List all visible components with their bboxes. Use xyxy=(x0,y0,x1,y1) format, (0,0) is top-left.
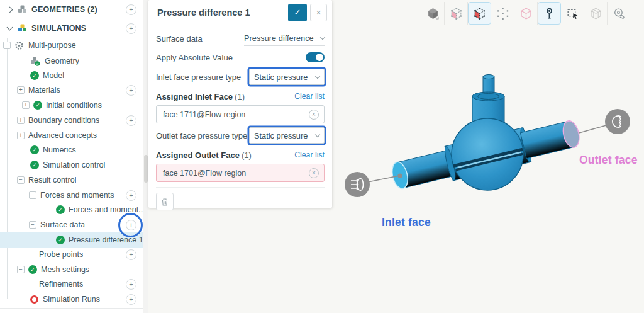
inlet-type-select[interactable]: Static pressure xyxy=(249,69,325,85)
viewport-toolbar xyxy=(421,2,631,25)
surface-data-select[interactable]: Pressure difference xyxy=(244,31,325,46)
assigned-inlet-count: (1) xyxy=(235,92,245,101)
sidebar-item-simulation-runs[interactable]: Simulation Runs xyxy=(0,292,143,307)
expand-icon[interactable] xyxy=(17,132,25,139)
tree-label: Model xyxy=(43,71,64,80)
sidebar-item-boundary-conditions[interactable]: Boundary conditions xyxy=(0,113,143,128)
geometry-check-icon xyxy=(30,57,40,66)
sidebar-item-result-control[interactable]: Result control xyxy=(0,173,143,188)
sidebar-item-simulation-control[interactable]: Simulation control xyxy=(0,157,143,173)
collapse-icon[interactable] xyxy=(29,221,36,229)
sidebar-item-mesh-settings[interactable]: Mesh settings xyxy=(0,262,143,277)
tree-label: Materials xyxy=(28,86,60,94)
expand-icon[interactable] xyxy=(17,117,25,124)
vertex-select-icon[interactable] xyxy=(491,2,514,25)
remove-icon[interactable] xyxy=(309,168,319,178)
panel-header: Pressure difference 1 xyxy=(148,0,332,25)
tree-label: SIMULATIONS xyxy=(31,24,86,33)
outlet-type-value: Static pressure xyxy=(254,131,316,140)
inlet-face-chip[interactable]: face 1711@Flow region xyxy=(156,105,325,123)
outlet-face-label: Outlet face xyxy=(579,154,638,167)
wireframe-cube-icon[interactable] xyxy=(514,2,538,25)
collapse-icon[interactable] xyxy=(17,266,25,273)
sidebar-item-initial-conditions[interactable]: Initial conditions xyxy=(0,98,143,113)
check-circle-icon xyxy=(28,265,37,274)
surface-data-value: Pressure difference xyxy=(244,33,317,43)
panel-title: Pressure difference 1 xyxy=(157,8,250,18)
check-circle-icon xyxy=(56,236,65,244)
sidebar-item-forces-and-moment-1[interactable]: Forces and moment... xyxy=(0,202,143,217)
add-geometry-button[interactable] xyxy=(126,4,136,15)
inlet-type-row: Inlet face pressure type Static pressure xyxy=(156,67,325,87)
apply-absolute-row: Apply Absolute Value xyxy=(156,48,325,67)
tree-label: Mesh settings xyxy=(41,265,89,274)
tree-label: Multi-purpose xyxy=(28,41,76,50)
outlet-type-select[interactable]: Static pressure xyxy=(249,127,325,144)
cube-face-highlight-icon[interactable] xyxy=(445,2,468,25)
collapse-icon[interactable] xyxy=(3,42,11,49)
add-simulation-run-button[interactable] xyxy=(126,294,136,305)
sidebar-item-probe-points[interactable]: Probe points xyxy=(0,247,143,262)
check-circle-icon xyxy=(30,71,39,80)
simulation-tree-sidebar: GEOMETRIES (2) SIMULATIONS Multi-purpose… xyxy=(0,0,143,313)
add-refinement-button[interactable] xyxy=(126,279,136,290)
add-probe-point-button[interactable] xyxy=(126,249,136,260)
collapse-icon[interactable] xyxy=(29,191,36,199)
sidebar-item-forces-and-moments[interactable]: Forces and moments xyxy=(0,188,143,203)
gear-icon xyxy=(14,41,24,50)
outlet-face-chip[interactable]: face 1701@Flow region xyxy=(156,164,325,182)
sidebar-item-numerics[interactable]: Numerics xyxy=(0,142,143,157)
probe-pin-icon[interactable] xyxy=(538,2,561,25)
divider xyxy=(0,20,143,20)
tree-label: Numerics xyxy=(43,145,76,154)
add-surface-data-button[interactable] xyxy=(126,220,136,230)
geometry-cubes-icon xyxy=(18,5,27,14)
sidebar-item-geometries[interactable]: GEOMETRIES (2) xyxy=(0,2,143,17)
measure-tape-icon[interactable] xyxy=(608,2,631,25)
tree-label: Result control xyxy=(28,176,76,185)
delete-button[interactable] xyxy=(156,193,174,210)
add-material-button[interactable] xyxy=(126,85,136,96)
assigned-outlet-label: Assigned Outlet Face xyxy=(156,151,240,160)
toggle-knob xyxy=(316,54,323,61)
sidebar-item-multi-purpose[interactable]: Multi-purpose xyxy=(0,38,143,53)
tree-label: Pressure difference 1 xyxy=(69,236,143,244)
chevron-down-icon[interactable] xyxy=(7,25,13,31)
scrollbar-thumb[interactable] xyxy=(144,155,148,183)
tree-label: Boundary conditions xyxy=(28,116,99,125)
sidebar-item-geometry[interactable]: Geometry xyxy=(0,54,143,69)
clear-inlet-list-link[interactable]: Clear list xyxy=(294,92,325,101)
sidebar-item-refinements[interactable]: Refinements xyxy=(0,276,143,292)
close-button[interactable] xyxy=(310,4,327,21)
chevron-down-icon xyxy=(320,35,325,40)
expand-icon[interactable] xyxy=(17,86,25,94)
sidebar-item-surface-data[interactable]: Surface data xyxy=(0,217,143,232)
assigned-outlet-header: Assigned Outlet Face (1) Clear list xyxy=(156,147,325,162)
sidebar-item-advanced-concepts[interactable]: Advanced concepts xyxy=(0,128,143,143)
remove-icon[interactable] xyxy=(309,110,319,120)
outlet-face-name: face 1701@Flow region xyxy=(163,169,246,178)
divider xyxy=(0,308,143,309)
expand-icon[interactable] xyxy=(22,101,30,109)
sidebar-item-model[interactable]: Model xyxy=(0,68,143,83)
tree-label: Initial conditions xyxy=(46,101,102,110)
clear-outlet-list-link[interactable]: Clear list xyxy=(294,151,325,159)
sidebar-scrollbar[interactable] xyxy=(143,0,148,313)
collapse-icon[interactable] xyxy=(17,176,25,184)
add-boundary-condition-button[interactable] xyxy=(126,115,136,126)
tree-label: Surface data xyxy=(40,220,85,229)
sidebar-item-materials[interactable]: Materials xyxy=(0,83,143,98)
chevron-right-icon[interactable] xyxy=(7,6,13,13)
apply-absolute-toggle[interactable] xyxy=(306,52,325,62)
sidebar-item-pressure-difference-1[interactable]: Pressure difference 1 xyxy=(0,232,143,248)
mesh-cube-icon[interactable] xyxy=(584,2,608,25)
cube-face-select-icon[interactable] xyxy=(468,2,491,25)
box-select-icon[interactable] xyxy=(561,2,584,25)
inlet-type-value: Static pressure xyxy=(254,72,316,82)
tree-label: Forces and moments xyxy=(40,191,114,200)
add-forces-button[interactable] xyxy=(126,190,136,201)
add-simulation-button[interactable] xyxy=(126,23,136,34)
confirm-button[interactable] xyxy=(288,4,307,21)
solid-cube-icon[interactable] xyxy=(421,2,445,25)
sidebar-item-simulations[interactable]: SIMULATIONS xyxy=(0,21,143,36)
